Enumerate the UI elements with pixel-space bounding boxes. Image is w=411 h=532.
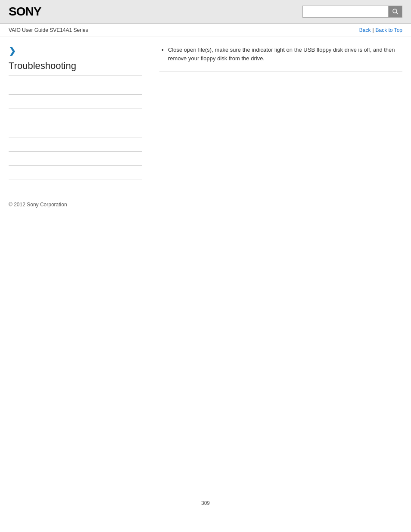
nav-separator: | xyxy=(372,27,374,33)
sony-logo: SONY xyxy=(9,5,41,19)
sidebar-links xyxy=(9,81,142,180)
list-item xyxy=(9,81,142,95)
sidebar-link-5[interactable] xyxy=(9,142,10,148)
list-item xyxy=(9,152,142,166)
guide-title: VAIO User Guide SVE14A1 Series xyxy=(9,27,88,33)
content-list: Close open file(s), make sure the indica… xyxy=(159,46,402,62)
content-bullet-item: Close open file(s), make sure the indica… xyxy=(159,46,402,62)
list-item xyxy=(9,95,142,109)
nav-bar: VAIO User Guide SVE14A1 Series Back | Ba… xyxy=(0,24,411,37)
sidebar-link-7[interactable] xyxy=(9,170,10,176)
footer: © 2012 Sony Corporation xyxy=(0,189,411,216)
sidebar-link-3[interactable] xyxy=(9,113,10,119)
search-area xyxy=(302,6,402,18)
header: SONY xyxy=(0,0,411,24)
bullet-text: Close open file(s), make sure the indica… xyxy=(168,47,395,62)
page-number: 309 xyxy=(201,492,210,515)
chevron-icon: ❯ xyxy=(9,46,142,56)
section-title: Troubleshooting xyxy=(9,60,142,75)
search-icon xyxy=(392,8,399,15)
sidebar: ❯ Troubleshooting xyxy=(9,46,142,180)
sidebar-link-1[interactable] xyxy=(9,85,10,91)
content-divider xyxy=(159,71,402,72)
list-item xyxy=(9,109,142,123)
back-link[interactable]: Back xyxy=(359,27,371,33)
svg-point-0 xyxy=(393,9,397,13)
list-item xyxy=(9,137,142,152)
list-item xyxy=(9,123,142,137)
nav-links: Back | Back to Top xyxy=(359,27,402,33)
list-item xyxy=(9,166,142,180)
search-button[interactable] xyxy=(389,6,402,18)
svg-line-1 xyxy=(396,12,398,14)
sidebar-link-4[interactable] xyxy=(9,128,10,134)
back-to-top-link[interactable]: Back to Top xyxy=(376,27,402,33)
main-content: ❯ Troubleshooting xyxy=(0,37,411,189)
sidebar-link-6[interactable] xyxy=(9,156,10,162)
sidebar-link-2[interactable] xyxy=(9,99,10,105)
search-input[interactable] xyxy=(302,6,389,18)
content-area: Close open file(s), make sure the indica… xyxy=(151,46,402,180)
copyright-text: © 2012 Sony Corporation xyxy=(9,202,67,208)
